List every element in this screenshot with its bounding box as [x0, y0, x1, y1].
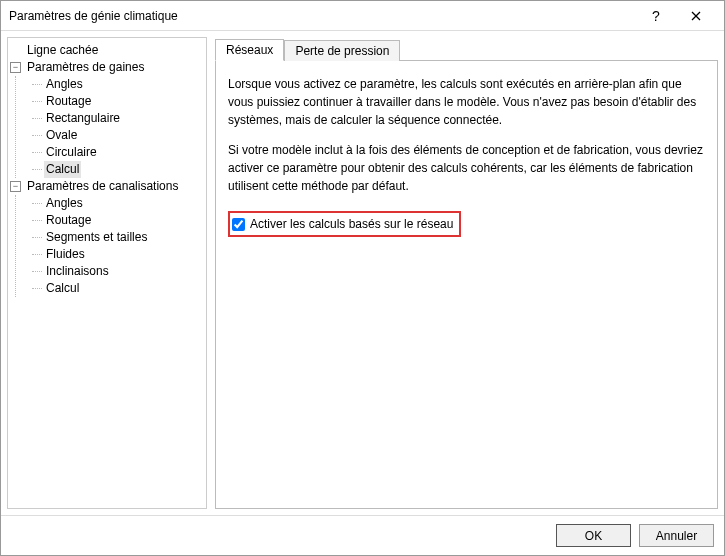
dialog-footer: OK Annuler: [1, 515, 724, 555]
tab-reseaux[interactable]: Réseaux: [215, 39, 284, 61]
window-title: Paramètres de génie climatique: [9, 9, 636, 23]
tree-item[interactable]: Calcul: [32, 280, 204, 297]
tree-item[interactable]: Routage: [32, 93, 204, 110]
description-text-1: Lorsque vous activez ce paramètre, les c…: [228, 75, 705, 129]
tree-item[interactable]: Angles: [32, 76, 204, 93]
tree-item[interactable]: Inclinaisons: [32, 263, 204, 280]
tree-item[interactable]: Rectangulaire: [32, 110, 204, 127]
tree-item[interactable]: Fluides: [32, 246, 204, 263]
tree-item[interactable]: Circulaire: [32, 144, 204, 161]
dialog-body: Ligne cachée − Paramètres de gaines Angl…: [1, 31, 724, 515]
content-area: Réseaux Perte de pression Lorsque vous a…: [215, 37, 718, 509]
titlebar: Paramètres de génie climatique ?: [1, 1, 724, 31]
collapse-icon[interactable]: −: [10, 181, 21, 192]
ok-button[interactable]: OK: [556, 524, 631, 547]
tab-panel-reseaux: Lorsque vous activez ce paramètre, les c…: [215, 61, 718, 509]
tree-item[interactable]: Segments et tailles: [32, 229, 204, 246]
help-button[interactable]: ?: [636, 2, 676, 30]
settings-tree[interactable]: Ligne cachée − Paramètres de gaines Angl…: [7, 37, 207, 509]
close-icon: [691, 11, 701, 21]
cancel-button[interactable]: Annuler: [639, 524, 714, 547]
close-button[interactable]: [676, 2, 716, 30]
tree-item[interactable]: Ovale: [32, 127, 204, 144]
collapse-icon[interactable]: −: [10, 62, 21, 73]
tree-item-ligne-cachee[interactable]: Ligne cachée: [10, 42, 204, 59]
dialog-window: Paramètres de génie climatique ? Ligne c…: [0, 0, 725, 556]
tab-bar: Réseaux Perte de pression: [215, 37, 718, 61]
tree-item-gaines[interactable]: − Paramètres de gaines Angles Routage Re…: [10, 59, 204, 178]
enable-network-calc-label: Activer les calculs basés sur le réseau: [250, 215, 453, 233]
tree-item[interactable]: Angles: [32, 195, 204, 212]
tree-item-canalisations[interactable]: − Paramètres de canalisations Angles Rou…: [10, 178, 204, 297]
enable-network-calc-checkbox[interactable]: [232, 218, 245, 231]
description-text-2: Si votre modèle inclut à la fois des élé…: [228, 141, 705, 195]
tree-item-gaines-calcul[interactable]: Calcul: [32, 161, 204, 178]
enable-network-calc-row[interactable]: Activer les calculs basés sur le réseau: [228, 211, 461, 237]
tab-perte-de-pression[interactable]: Perte de pression: [284, 40, 400, 61]
tree-item[interactable]: Routage: [32, 212, 204, 229]
